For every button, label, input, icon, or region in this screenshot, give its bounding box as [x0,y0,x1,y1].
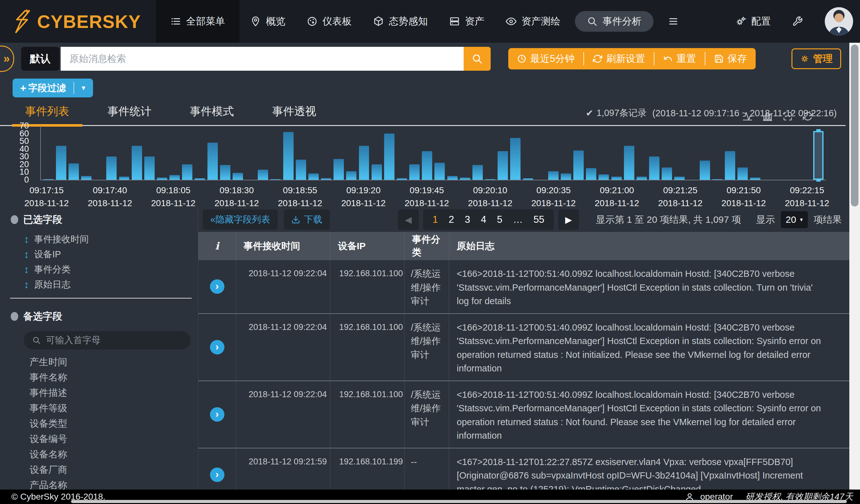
histogram-bar [472,165,483,180]
cybersky-logo-icon [13,9,33,34]
page-number-55[interactable]: 55 [533,214,544,225]
histogram-slot [257,126,269,180]
optional-field-item[interactable]: 产品名称 [0,478,198,490]
raw-log-cell: <166>2018-11-12T00:51:40.099Z localhost.… [449,260,849,313]
event-histogram: 706050403020100 09:17:152018-11-1209:17:… [0,126,846,207]
histogram-bar [333,159,344,180]
field-search-input[interactable]: 可输入首字母 [24,331,190,349]
histogram-slot [105,126,118,180]
save-button[interactable]: 保存 [705,52,756,66]
download-label: 下载 [304,213,322,226]
optional-field-item[interactable]: 设备名称 [0,447,198,462]
nav-item-more-menu[interactable] [657,0,689,43]
user-avatar[interactable] [825,7,853,35]
selected-field-item[interactable]: ↕事件分类 [0,262,198,277]
event-analysis-page: CYBERSKY 全部菜单概览仪表板态势感知资产资产测绘事件分析 配置 » 默认 [0,0,860,504]
search-scope-label: 默认 [30,52,51,66]
x-tick-label: 09:21:502018-11-12 [721,184,766,210]
raw-message-search-input[interactable] [61,47,464,71]
nav-item-overview[interactable]: 概览 [240,0,296,43]
search-row: » 默认 最近5分钟 刷新设置 重置 [0,46,841,71]
nav-item-all-menus[interactable]: 全部菜单 [156,0,240,43]
histogram-slot [623,126,635,180]
row-expand-icon[interactable]: › [210,279,225,294]
tab-event-pattern[interactable]: 事件模式 [177,104,247,125]
row-expand-icon[interactable]: › [210,407,225,422]
optional-field-item[interactable]: 事件名称 [0,370,198,385]
tab-event-perspective[interactable]: 事件透视 [259,104,329,125]
save-label: 保存 [727,52,747,66]
x-tick-label: 09:20:102018-11-12 [468,184,512,210]
refresh-settings-button[interactable]: 刷新设置 [584,52,655,66]
histogram-bar [195,178,205,180]
page-number-4[interactable]: 4 [481,214,486,225]
row-expand-icon[interactable]: › [210,467,225,482]
download-button[interactable]: 下载 [284,210,330,230]
histogram-bar [409,164,420,180]
raw-log-cell: <166>2018-11-12T00:51:40.099Z localhost.… [449,381,849,448]
reset-button[interactable]: 重置 [655,52,705,66]
page-number-1[interactable]: 1 [432,214,438,225]
selected-field-item[interactable]: ↕设备IP [0,247,198,262]
table-row[interactable]: ›2018-11-12 09:22:04192.168.101.100/系统运维… [198,260,849,314]
table-row[interactable]: ›2018-11-12 09:21:59192.168.101.199--<16… [198,448,849,490]
table-row[interactable]: ›2018-11-12 09:22:04192.168.101.100/系统运维… [198,381,849,448]
nav-item-situation-awareness[interactable]: 态势感知 [362,0,439,43]
next-page-button[interactable]: ▶ [558,209,579,230]
undo-icon [663,54,673,63]
hide-field-list-button[interactable]: «隐藏字段列表 [203,210,277,230]
nav-item-dashboard[interactable]: 仪表板 [296,0,362,43]
histogram-slot [130,126,143,180]
page-number-3[interactable]: 3 [465,214,470,225]
chevron-down-icon: ▼ [81,85,87,91]
histogram-bar [586,168,596,180]
x-tick-label: 09:20:352018-11-12 [531,184,575,210]
optional-field-item[interactable]: 设备厂商 [0,462,198,478]
filter-dropdown-toggle[interactable]: ▼ [74,85,93,92]
column-header-3: 事件分类 [404,232,449,260]
time-range-button[interactable]: 最近5分钟 [508,52,584,66]
optional-field-item[interactable]: 事件等级 [0,401,198,416]
page-number-2[interactable]: 2 [448,214,454,225]
event-time-cell: 2018-11-12 09:22:04 [236,381,330,448]
expand-icon[interactable] [783,111,793,121]
tab-event-stats[interactable]: 事件统计 [94,104,165,125]
selected-field-item[interactable]: ↕事件接收时间 [0,232,198,247]
vertical-scrollbar-thumb[interactable] [851,45,858,206]
prev-page-button[interactable]: ◀ [398,209,419,230]
histogram-slot [774,126,787,180]
page-number-5[interactable]: 5 [497,214,502,225]
row-expand-icon[interactable]: › [210,340,225,355]
optional-field-item[interactable]: 产生时间 [0,355,198,370]
cybersky-logo[interactable]: CYBERSKY [0,9,156,34]
histogram-slot [244,126,257,180]
line-chart-icon[interactable] [743,111,752,121]
horizontal-scrollbar-thumb[interactable] [71,500,847,503]
table-row[interactable]: ›2018-11-12 09:22:04192.168.101.100/系统运维… [198,314,849,381]
nav-item-tools[interactable] [782,0,814,43]
search-scope-button[interactable]: 默认 [21,47,59,71]
histogram-slot [736,126,749,180]
page-size-select[interactable]: 20 ▾ [781,211,808,228]
manage-button[interactable]: 管理 [791,48,841,69]
sidebar-expand-handle[interactable]: » [0,46,14,72]
nav-item-asset-mapping[interactable]: 资产测绘 [495,0,571,43]
optional-field-item[interactable]: 设备编号 [0,431,198,447]
page-size-prefix: 显示 [756,213,775,226]
optional-field-item[interactable]: 事件描述 [0,385,198,401]
histogram-bar [485,179,496,180]
dashboard-icon [307,16,317,27]
search-button[interactable] [464,47,491,71]
nav-item-config[interactable]: 配置 [725,0,782,43]
nav-item-assets[interactable]: 资产 [439,0,495,43]
refresh-chart-icon[interactable] [803,111,813,121]
add-field-filter-main[interactable]: + 字段过滤 [13,82,74,95]
time-range-label: 最近5分钟 [530,52,575,66]
selected-field-item[interactable]: ↕原始日志 [0,277,198,292]
histogram-slot [370,126,383,180]
bar-chart-icon[interactable] [762,111,773,121]
nav-item-event-analysis[interactable]: 事件分析 [575,11,654,32]
optional-field-item[interactable]: 设备类型 [0,416,198,431]
selected-bar[interactable] [813,131,823,180]
bullet-icon [11,215,18,224]
